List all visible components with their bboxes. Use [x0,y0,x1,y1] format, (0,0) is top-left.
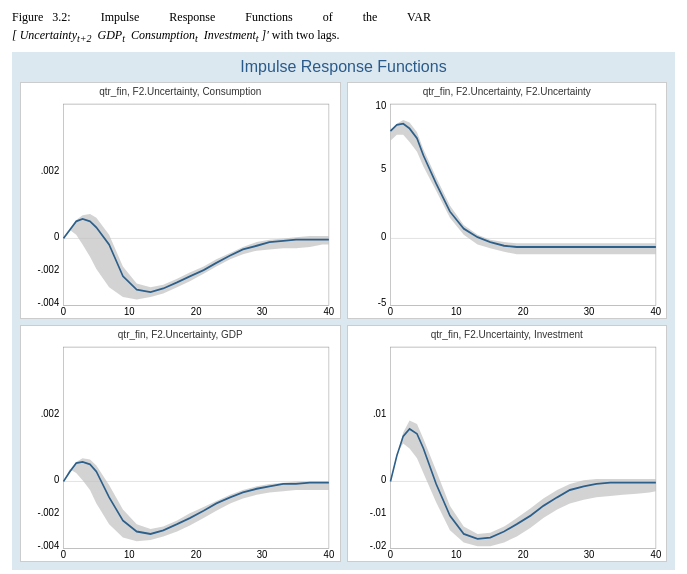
svg-text:0: 0 [387,306,393,318]
chart-title-investment: qtr_fin, F2.Uncertainty, Investment [427,326,587,341]
chart-title-gdp: qtr_fin, F2.Uncertainty, GDP [114,326,247,341]
svg-text:20: 20 [517,306,528,318]
chart-area-uncertainty: -5 0 5 10 0 10 20 30 40 [348,98,667,318]
var-vector: [ Uncertaintyt+2 GDPt Consumptiont Inves… [12,28,269,42]
svg-text:-.002: -.002 [37,263,59,275]
svg-text:10: 10 [375,100,386,112]
chart-area-investment: -.02 -.01 0 .01 0 10 20 30 40 [348,341,667,561]
svg-text:0: 0 [61,549,67,561]
irf-title: Impulse Response Functions [20,58,667,76]
svg-text:30: 30 [583,549,594,561]
svg-text:.002: .002 [41,164,60,176]
svg-text:-.02: -.02 [369,539,386,551]
svg-text:10: 10 [124,306,135,318]
chart-svg-uncertainty: -5 0 5 10 0 10 20 30 40 [348,98,667,318]
svg-text:40: 40 [324,549,335,561]
svg-text:10: 10 [450,549,461,561]
svg-text:-.004: -.004 [37,539,59,551]
svg-text:10: 10 [124,549,135,561]
svg-text:20: 20 [517,549,528,561]
svg-text:-.01: -.01 [369,506,386,518]
svg-text:0: 0 [61,306,67,318]
svg-text:0: 0 [54,473,60,485]
svg-text:40: 40 [324,306,335,318]
svg-text:40: 40 [650,549,661,561]
page-container: Figure 3.2: Impulse Response Functions o… [0,0,687,574]
chart-uncertainty: qtr_fin, F2.Uncertainty, F2.Uncertainty … [347,82,668,319]
svg-rect-11 [390,104,655,305]
svg-text:0: 0 [54,230,60,242]
svg-text:30: 30 [257,549,268,561]
chart-svg-gdp: -.004 -.002 0 .002 0 10 20 30 40 [21,341,340,561]
irf-section: Impulse Response Functions qtr_fin, F2.U… [12,52,675,570]
figure-caption: Figure 3.2: Impulse Response Functions o… [12,8,675,46]
chart-area-gdp: -.004 -.002 0 .002 0 10 20 30 40 [21,341,340,561]
svg-text:40: 40 [650,306,661,318]
svg-text:.01: .01 [372,407,386,419]
svg-text:.002: .002 [41,407,60,419]
chart-investment: qtr_fin, F2.Uncertainty, Investment [347,325,668,562]
svg-text:30: 30 [257,306,268,318]
svg-text:-5: -5 [377,296,386,308]
chart-title-uncertainty: qtr_fin, F2.Uncertainty, F2.Uncertainty [419,83,595,98]
svg-text:0: 0 [387,549,393,561]
svg-text:0: 0 [380,473,386,485]
svg-text:0: 0 [380,230,386,242]
figure-label: Figure 3.2: Impulse Response Functions o… [12,10,431,24]
svg-text:-.004: -.004 [37,296,59,308]
charts-grid: qtr_fin, F2.Uncertainty, Consumption -.0… [20,82,667,562]
chart-gdp: qtr_fin, F2.Uncertainty, GDP -.004 -.002… [20,325,341,562]
svg-text:30: 30 [583,306,594,318]
svg-text:10: 10 [450,306,461,318]
chart-svg-consumption: -.004 0 .002 -.002 0 10 20 30 40 [21,98,340,318]
with-two-lags: with two lags. [272,28,340,42]
chart-svg-investment: -.02 -.01 0 .01 0 10 20 30 40 [348,341,667,561]
chart-consumption: qtr_fin, F2.Uncertainty, Consumption -.0… [20,82,341,319]
svg-text:-.002: -.002 [37,506,59,518]
chart-title-consumption: qtr_fin, F2.Uncertainty, Consumption [95,83,265,98]
svg-text:20: 20 [191,549,202,561]
chart-area-consumption: -.004 0 .002 -.002 0 10 20 30 40 [21,98,340,318]
svg-text:5: 5 [380,163,386,175]
svg-text:20: 20 [191,306,202,318]
